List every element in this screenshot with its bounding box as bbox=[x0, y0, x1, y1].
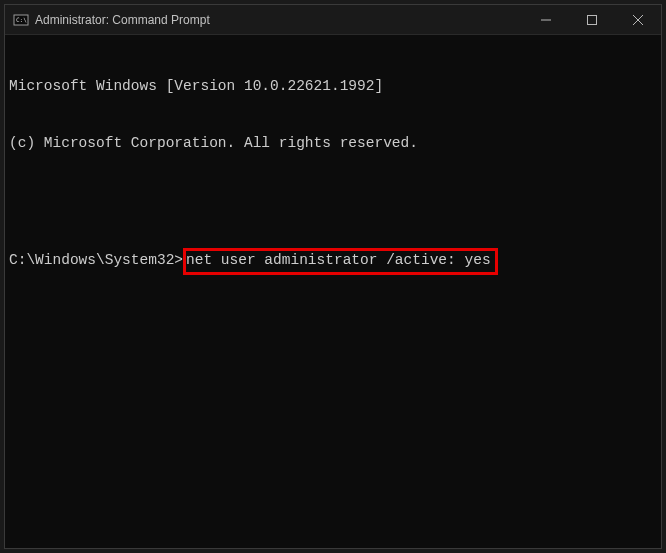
minimize-button[interactable] bbox=[523, 5, 569, 34]
terminal-body[interactable]: Microsoft Windows [Version 10.0.22621.19… bbox=[5, 35, 661, 548]
titlebar[interactable]: C:\ Administrator: Command Prompt bbox=[5, 5, 661, 35]
window-title: Administrator: Command Prompt bbox=[35, 13, 210, 27]
command-text: net user administrator /active: yes bbox=[186, 252, 491, 268]
command-prompt-window: C:\ Administrator: Command Prompt Micros… bbox=[4, 4, 662, 549]
window-controls bbox=[523, 5, 661, 34]
version-line: Microsoft Windows [Version 10.0.22621.19… bbox=[9, 77, 657, 96]
blank-line bbox=[9, 191, 657, 210]
copyright-line: (c) Microsoft Corporation. All rights re… bbox=[9, 134, 657, 153]
maximize-button[interactable] bbox=[569, 5, 615, 34]
prompt-line: C:\Windows\System32>net user administrat… bbox=[9, 248, 657, 275]
close-button[interactable] bbox=[615, 5, 661, 34]
svg-rect-3 bbox=[588, 15, 597, 24]
cmd-icon: C:\ bbox=[13, 12, 29, 28]
prompt-path: C:\Windows\System32> bbox=[9, 252, 183, 268]
titlebar-left: C:\ Administrator: Command Prompt bbox=[13, 12, 210, 28]
highlighted-command: net user administrator /active: yes bbox=[183, 248, 498, 275]
svg-text:C:\: C:\ bbox=[16, 16, 27, 23]
